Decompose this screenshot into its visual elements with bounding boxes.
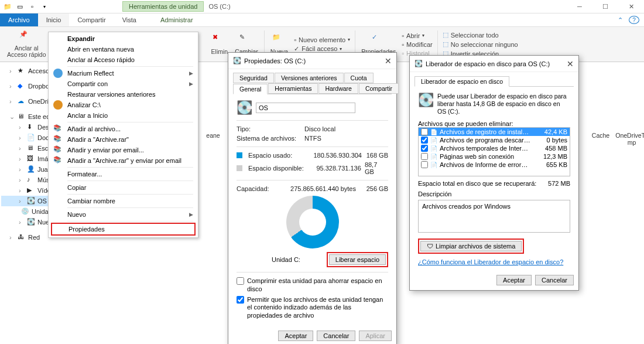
ctx-macrium[interactable]: Macrium Reflect▶ xyxy=(49,68,198,79)
rar-icon: 📚 xyxy=(53,156,63,165)
document-icon: 📄 xyxy=(27,134,35,142)
disk-cleanup-button[interactable]: Liberar espacio xyxy=(329,254,386,265)
ctx-restore-prev[interactable]: Restaurar versiones anteriores xyxy=(49,89,198,100)
file-type-icon: 📄 xyxy=(430,162,437,168)
select-all-button[interactable]: ⬚Seleccionar todo xyxy=(440,30,520,39)
properties-icon: ✓ xyxy=(372,33,386,47)
select-all-icon: ⬚ xyxy=(443,31,448,39)
maximize-button[interactable]: ☐ xyxy=(592,0,618,13)
ctx-properties[interactable]: Propiedades xyxy=(51,223,196,236)
ctx-add-email[interactable]: 📚Añadir y enviar por email... xyxy=(49,145,198,155)
cleanup-icon: 💽 xyxy=(415,60,423,68)
item-checkbox[interactable] xyxy=(421,145,428,152)
close-icon[interactable]: ✕ xyxy=(385,56,392,66)
apply-button[interactable]: Aplicar xyxy=(359,331,392,341)
dialog-buttons: Aceptar Cancelar Aplicar xyxy=(228,326,396,344)
item-checkbox[interactable] xyxy=(421,128,428,135)
cancel-button[interactable]: Cancelar xyxy=(317,331,355,341)
minimize-button[interactable]: ─ xyxy=(567,0,592,13)
rar-icon: 📚 xyxy=(53,145,63,155)
ctx-add-rar-email[interactable]: 📚Añadir a "Archive.rar" y enviar por ema… xyxy=(49,155,198,166)
ctx-rename[interactable]: Cambiar nombre xyxy=(49,196,198,206)
item-checkbox[interactable] xyxy=(421,161,428,168)
ctx-format[interactable]: Formatear... xyxy=(49,169,198,179)
tab-file[interactable]: Archivo xyxy=(0,13,38,26)
item-size: 655 KB xyxy=(546,161,567,168)
tab-quota[interactable]: Cuota xyxy=(344,73,374,83)
open-icon: ▫ xyxy=(402,32,404,39)
video-icon: ▶ xyxy=(27,186,35,195)
list-item[interactable]: 📄Archivos de Informe de errores de Win..… xyxy=(419,161,570,169)
open-button[interactable]: ▫Abrir▾ xyxy=(399,32,435,40)
new-item-button[interactable]: ▫Nuevo elemento▾ xyxy=(292,36,352,44)
tab-cleanup[interactable]: Liberador de espacio en disco xyxy=(415,76,509,87)
help-icon[interactable]: ? xyxy=(629,16,639,24)
tab-hardware[interactable]: Hardware xyxy=(318,83,358,94)
item-label: Páginas web sin conexión xyxy=(440,153,514,160)
item-size: 42,4 KB xyxy=(544,128,567,135)
tab-share[interactable]: Compartir xyxy=(69,13,114,26)
ok-button[interactable]: Aceptar xyxy=(496,275,532,285)
drive-icon: 💽 xyxy=(27,218,35,226)
compress-checkbox[interactable]: Comprimir esta unidad para ahorrar espac… xyxy=(237,276,388,295)
index-checkbox[interactable]: Permitir que los archivos de esta unidad… xyxy=(237,295,388,321)
properties-icon[interactable]: ▭ xyxy=(15,1,25,12)
volume-name-input[interactable] xyxy=(256,103,355,113)
select-none-button[interactable]: ⬚No seleccionar ninguno xyxy=(440,40,520,49)
item-size: 0 bytes xyxy=(547,137,567,144)
ctx-expand[interactable]: Expandir xyxy=(49,33,198,44)
ctx-pin-quick[interactable]: Anclar al Acceso rápido xyxy=(49,55,198,65)
tab-tools[interactable]: Herramientas xyxy=(268,83,318,94)
clean-system-files-button[interactable]: 🛡Limpiar archivos de sistema xyxy=(420,241,522,251)
ctx-pin-start[interactable]: Anclar a Inicio xyxy=(49,110,198,121)
delete-icon: ✖ xyxy=(213,33,227,47)
ctx-scan[interactable]: Analizar C:\ xyxy=(49,100,198,110)
ctx-copy[interactable]: Copiar xyxy=(49,182,198,193)
cancel-button[interactable]: Cancelar xyxy=(535,275,574,285)
pin-button[interactable]: 📌 Anclar al Acceso rápido xyxy=(7,30,46,58)
ctx-open-new-window[interactable]: Abrir en ventana nueva xyxy=(49,44,198,55)
qat-dropdown-icon[interactable]: ▾ xyxy=(39,1,50,12)
properties-titlebar[interactable]: 💽 Propiedades: OS (C:) ✕ xyxy=(228,53,396,69)
list-item[interactable]: 📄Archivos temporales de Internet458 MB xyxy=(419,144,570,152)
highlight-clean-button: Liberar espacio xyxy=(327,252,388,267)
file-type-icon: 📄 xyxy=(430,129,437,135)
cleanup-titlebar[interactable]: 💽 Liberador de espacio en disco para OS … xyxy=(410,56,578,72)
tab-general[interactable]: General xyxy=(233,84,268,94)
pin-icon: 📌 xyxy=(19,30,33,45)
tab-home[interactable]: Inicio xyxy=(38,13,70,26)
ok-button[interactable]: Aceptar xyxy=(278,331,313,341)
ctx-new[interactable]: Nuevo▶ xyxy=(49,209,198,220)
ctx-add-archive[interactable]: 📚Añadir al archivo... xyxy=(49,124,198,134)
item-checkbox[interactable] xyxy=(421,137,428,144)
help-link[interactable]: ¿Cómo funciona el Liberador de espacio e… xyxy=(418,258,563,265)
file-type-icon: 📄 xyxy=(430,154,437,160)
edit-button[interactable]: ▫Modificar xyxy=(399,40,435,49)
close-icon[interactable]: ✕ xyxy=(567,59,574,69)
rename-icon: ✎ xyxy=(239,33,254,47)
dvd-icon: 💿 xyxy=(21,207,29,216)
ribbon-collapse-icon[interactable]: ⌃ xyxy=(613,13,628,26)
file-type-icon: 📄 xyxy=(430,145,437,152)
close-button[interactable]: ✕ xyxy=(618,0,644,13)
folder-onedrivetemp[interactable]: OneDriveTe mp xyxy=(611,103,644,146)
list-item[interactable]: 📄Páginas web sin conexión12,3 MB xyxy=(419,152,570,161)
contextual-tab-label: Herramientas de unidad xyxy=(122,1,204,12)
tab-view[interactable]: Vista xyxy=(114,13,145,26)
tab-security[interactable]: Seguridad xyxy=(233,73,274,83)
ctx-add-archive-rar[interactable]: 📚Añadir a "Archive.rar" xyxy=(49,134,198,145)
file-type-icon: 📄 xyxy=(430,137,437,144)
folder-icon: 📁 xyxy=(2,1,13,12)
tab-share[interactable]: Compartir xyxy=(359,83,399,94)
cleanup-list[interactable]: 📄Archivos de registro de instalación42,4… xyxy=(418,127,570,176)
item-checkbox[interactable] xyxy=(421,153,428,160)
drive-icon: 💽 xyxy=(27,197,35,205)
tab-manage[interactable]: Administrar xyxy=(152,13,201,26)
list-item[interactable]: 📄Archivos de programa descargados0 bytes xyxy=(419,136,570,144)
delete-button[interactable]: ✖Elimin xyxy=(211,33,228,55)
list-item[interactable]: 📄Archivos de registro de instalación42,4… xyxy=(419,128,570,136)
tab-prev[interactable]: Versiones anteriores xyxy=(275,73,344,83)
new-folder-icon[interactable]: ▫ xyxy=(27,1,37,12)
ctx-share-with[interactable]: Compartir con▶ xyxy=(49,79,198,89)
rar-icon: 📚 xyxy=(53,124,63,134)
